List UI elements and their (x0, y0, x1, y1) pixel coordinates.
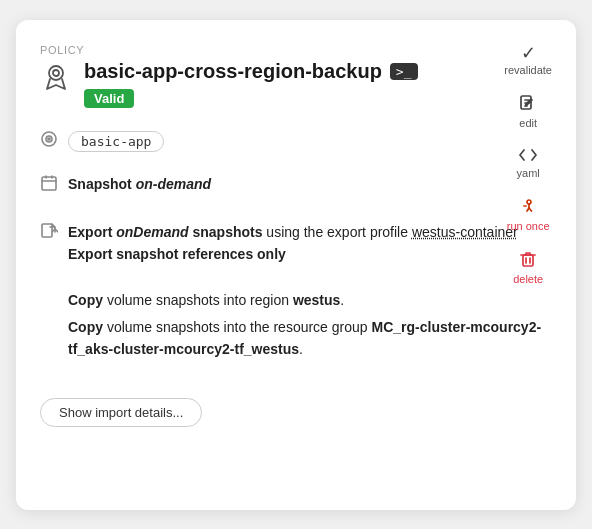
export-icon (40, 222, 58, 245)
edit-button[interactable]: edit (513, 90, 543, 133)
run-icon (519, 197, 537, 218)
code-icon (519, 147, 537, 165)
valid-badge: Valid (84, 89, 134, 108)
title-row: basic-app-cross-region-backup >_ (84, 60, 552, 83)
export-section: Export onDemand snapshots using the expo… (40, 221, 552, 276)
svg-point-3 (49, 66, 63, 80)
delete-icon (519, 250, 537, 271)
policy-icon (40, 62, 72, 98)
app-tag: basic-app (68, 131, 164, 152)
run-once-button[interactable]: run once (501, 193, 556, 236)
policy-label: POLICY (40, 44, 552, 56)
copy-content: Copy volume snapshots into region westus… (40, 289, 552, 360)
show-import-row: Show import details... (40, 380, 552, 427)
copy-line1: Copy volume snapshots into region westus… (68, 289, 552, 311)
svg-rect-9 (42, 224, 52, 237)
revalidate-button[interactable]: ✓ revalidate (498, 40, 558, 80)
policy-title: basic-app-cross-region-backup (84, 60, 382, 83)
header-main: basic-app-cross-region-backup >_ Valid (84, 60, 552, 108)
export-content: Export onDemand snapshots using the expo… (68, 221, 552, 266)
policy-card: ✓ revalidate edit yaml (16, 20, 576, 510)
edit-icon (519, 94, 537, 115)
check-icon: ✓ (521, 44, 536, 62)
terminal-badge: >_ (390, 63, 418, 80)
calendar-icon (40, 174, 58, 197)
copy-line2: Copy volume snapshots into the resource … (68, 316, 552, 361)
app-tag-row: basic-app (40, 130, 552, 153)
show-import-button[interactable]: Show import details... (40, 398, 202, 427)
snapshot-section: Snapshot on-demand (40, 173, 552, 207)
snapshot-content: Snapshot on-demand (68, 173, 552, 195)
snapshot-row: Snapshot on-demand (40, 173, 552, 197)
svg-point-7 (48, 138, 50, 140)
svg-rect-2 (523, 255, 533, 266)
header-row: basic-app-cross-region-backup >_ Valid (40, 60, 552, 108)
delete-button[interactable]: delete (507, 246, 549, 289)
yaml-button[interactable]: yaml (511, 143, 546, 183)
export-row: Export onDemand snapshots using the expo… (40, 221, 552, 266)
svg-point-4 (53, 70, 59, 76)
target-icon (40, 130, 58, 153)
svg-rect-8 (42, 177, 56, 190)
copy-section: Copy volume snapshots into region westus… (40, 289, 552, 360)
